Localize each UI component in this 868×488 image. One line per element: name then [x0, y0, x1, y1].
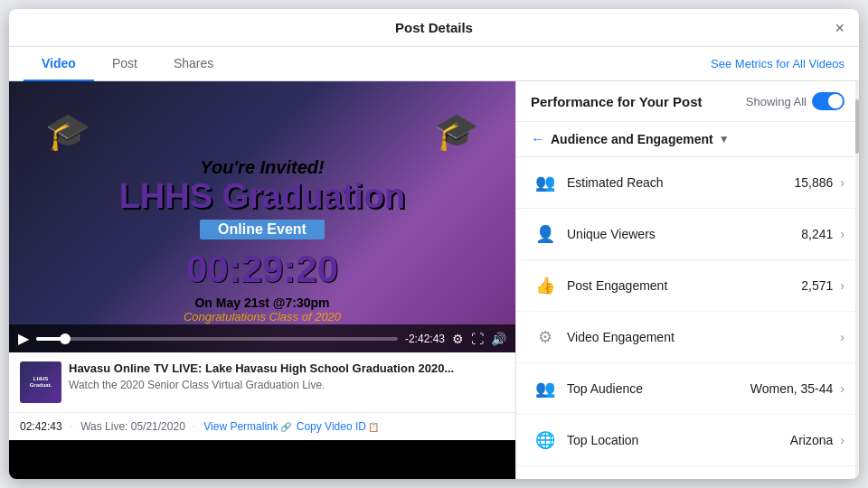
time-label: -2:42:43: [405, 333, 445, 345]
copy-video-id-link[interactable]: Copy Video ID 📋: [297, 420, 379, 433]
nav-label: Audience and Engagement: [551, 132, 713, 146]
showing-all-toggle[interactable]: [812, 92, 844, 110]
control-icons: ⚙ ⛶ 🔊: [452, 332, 506, 346]
left-panel: 🎓 🎓 You're Invited! LHHS Graduation Onli…: [9, 81, 515, 479]
estimated-reach-chevron-icon: ›: [840, 175, 844, 190]
copy-video-id-text: Copy Video ID: [297, 420, 366, 433]
congrats-text: Congratulations Class of 2020: [18, 310, 506, 324]
estimated-reach-value: 15,886: [795, 175, 834, 190]
timer-display: 00:29:20: [18, 248, 506, 291]
modal-body: 🎓 🎓 You're Invited! LHHS Graduation Onli…: [9, 81, 859, 479]
tab-bar: Video Post Shares See Metrics for All Vi…: [9, 47, 859, 81]
metric-row-top-audience[interactable]: 👥 Top Audience Women, 35-44 ›: [516, 363, 859, 415]
post-thumbnail: LHHSGraduat.: [20, 361, 61, 403]
post-engagement-label: Post Engagement: [567, 278, 801, 293]
fullscreen-icon[interactable]: ⛶: [471, 332, 484, 346]
modal-title: Post Details: [395, 20, 473, 35]
video-controls: ▶ -2:42:43 ⚙ ⛶ 🔊: [9, 324, 515, 352]
metric-row-post-engagement[interactable]: 👍 Post Engagement 2,571 ›: [516, 260, 859, 312]
post-links: View Permalink 🔗 Copy Video ID 📋: [203, 420, 379, 433]
post-duration: 02:42:43: [20, 420, 62, 433]
showing-all-label: Showing All: [746, 95, 807, 108]
top-location-label: Top Location: [567, 433, 790, 447]
estimated-reach-icon: 👥: [531, 168, 560, 197]
volume-icon[interactable]: 🔊: [491, 332, 506, 346]
link-icon: 🔗: [280, 422, 291, 432]
post-engagement-icon: 👍: [531, 271, 560, 300]
metric-row-video-engagement[interactable]: ⚙ Video Engagement ›: [516, 312, 859, 363]
unique-viewers-icon: 👤: [531, 220, 560, 249]
back-arrow-icon[interactable]: ←: [531, 131, 545, 147]
online-event-text: Online Event: [200, 220, 325, 239]
video-engagement-icon: ⚙: [531, 323, 560, 352]
post-text-info: Havasu Online TV LIVE: Lake Havasu High …: [69, 361, 505, 391]
view-permalink-link[interactable]: View Permalink 🔗: [203, 420, 290, 433]
tab-post[interactable]: Post: [94, 47, 156, 81]
metric-row-top-location[interactable]: 🌐 Top Location Arizona ›: [516, 415, 859, 466]
post-meta: 02:42:43 · Was Live: 05/21/2020 · View P…: [9, 412, 515, 440]
progress-bar[interactable]: [36, 337, 398, 341]
post-title: Havasu Online TV LIVE: Lake Havasu High …: [69, 361, 505, 377]
showing-all-control: Showing All: [746, 92, 844, 110]
date-text: On May 21st @7:30pm: [18, 296, 506, 310]
video-engagement-label: Video Engagement: [567, 330, 833, 344]
invited-text: You're Invited!: [18, 157, 506, 178]
right-nav: ← Audience and Engagement ▼: [516, 122, 859, 157]
performance-title: Performance for Your Post: [531, 94, 703, 109]
scrollbar-track: [855, 81, 859, 479]
see-metrics-link[interactable]: See Metrics for All Videos: [711, 57, 844, 70]
toggle-knob: [828, 94, 843, 108]
scrollbar-thumb[interactable]: [855, 99, 859, 154]
estimated-reach-label: Estimated Reach: [567, 175, 795, 190]
right-panel-header: Performance for Your Post Showing All: [516, 81, 859, 122]
copy-icon: 📋: [368, 422, 379, 432]
modal-header: Post Details ×: [9, 9, 859, 47]
right-panel: Performance for Your Post Showing All ← …: [515, 81, 859, 479]
video-engagement-chevron-icon: ›: [840, 330, 844, 344]
was-live-label: Was Live: 05/21/2020: [80, 420, 185, 433]
unique-viewers-value: 8,241: [801, 227, 833, 241]
video-player[interactable]: 🎓 🎓 You're Invited! LHHS Graduation Onli…: [9, 81, 515, 352]
video-content: 🎓 🎓 You're Invited! LHHS Graduation Onli…: [9, 101, 515, 333]
post-info: LHHSGraduat. Havasu Online TV LIVE: Lake…: [9, 352, 515, 412]
metrics-list: 👥 Estimated Reach 15,886 › 👤 Unique View…: [516, 157, 859, 479]
metric-row-unique-viewers[interactable]: 👤 Unique Viewers 8,241 ›: [516, 209, 859, 260]
top-location-chevron-icon: ›: [840, 433, 844, 447]
grad-cap-left-icon: 🎓: [45, 110, 90, 153]
grad-cap-right-icon: 🎓: [434, 110, 479, 153]
post-engagement-value: 2,571: [801, 278, 833, 293]
progress-fill: [36, 337, 65, 341]
post-subtitle: Watch the 2020 Senior Class Virtual Grad…: [69, 379, 505, 391]
progress-dot: [60, 333, 71, 344]
unique-viewers-chevron-icon: ›: [840, 227, 844, 241]
top-audience-icon: 👥: [531, 374, 560, 403]
top-location-icon: 🌐: [531, 426, 560, 455]
close-button[interactable]: ×: [835, 20, 844, 36]
meta-separator-2: ·: [193, 418, 196, 435]
metric-row-estimated-reach[interactable]: 👥 Estimated Reach 15,886 ›: [516, 157, 859, 209]
settings-icon[interactable]: ⚙: [452, 332, 464, 346]
top-audience-value: Women, 35-44: [750, 381, 834, 396]
top-audience-chevron-icon: ›: [840, 381, 844, 396]
play-button[interactable]: ▶: [18, 330, 29, 347]
top-audience-label: Top Audience: [567, 381, 750, 396]
meta-separator: ·: [70, 418, 73, 435]
tab-shares[interactable]: Shares: [156, 47, 231, 81]
nav-dropdown-icon[interactable]: ▼: [719, 133, 730, 145]
top-location-value: Arizona: [790, 433, 833, 447]
grad-caps-row: 🎓 🎓: [18, 110, 506, 153]
post-details-modal: Post Details × Video Post Shares See Met…: [9, 9, 859, 479]
post-engagement-chevron-icon: ›: [840, 278, 844, 293]
tab-video[interactable]: Video: [24, 47, 94, 81]
unique-viewers-label: Unique Viewers: [567, 227, 801, 241]
lhhs-graduation-text: LHHS Graduation: [18, 178, 506, 216]
view-permalink-text: View Permalink: [203, 420, 278, 433]
